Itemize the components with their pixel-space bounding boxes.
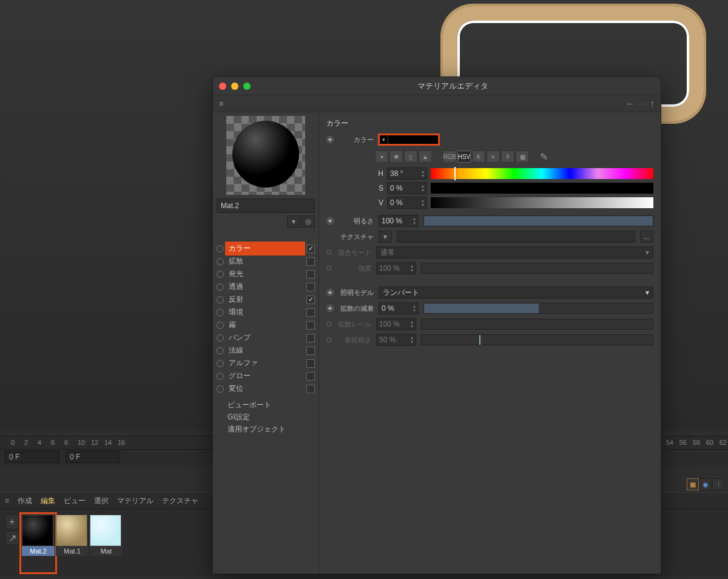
texture-dropdown-button[interactable]: ▾	[379, 231, 392, 243]
collapse-icon[interactable]: ▾	[375, 151, 388, 163]
mixer-icon[interactable]: ≡	[487, 151, 500, 163]
minimize-icon[interactable]	[231, 83, 238, 90]
channel-checkbox[interactable]	[306, 245, 315, 253]
channel-checkbox[interactable]	[306, 347, 315, 355]
channel-radio[interactable]	[217, 271, 224, 278]
intensity-field[interactable]: 100 %▴▾	[376, 262, 416, 274]
channel-checkbox[interactable]	[306, 372, 315, 381]
channel-row-2[interactable]: 発光	[217, 268, 315, 280]
material-name-field[interactable]: Mat.2	[217, 198, 315, 213]
rgb-mode-button[interactable]: RGB	[443, 151, 456, 163]
texture-browse-button[interactable]: ...	[640, 231, 653, 243]
channel-checkbox[interactable]	[306, 283, 315, 291]
h-field[interactable]: 38 °▴▾	[387, 168, 427, 180]
nav-up-icon[interactable]: ↑	[650, 98, 655, 109]
menu-create[interactable]: 作成	[18, 496, 32, 506]
color-swatch[interactable]: ▾	[379, 134, 439, 145]
menu-texture[interactable]: テクスチャ	[162, 496, 198, 506]
channel-radio[interactable]	[217, 334, 224, 342]
intensity-slider[interactable]	[421, 263, 653, 274]
chevron-down-icon[interactable]: ▾	[287, 215, 300, 228]
eyedropper-icon[interactable]: ✎	[540, 151, 548, 163]
menu-material[interactable]: マテリアル	[117, 496, 153, 506]
channel-row-11[interactable]: 変位	[217, 382, 315, 395]
channel-row-7[interactable]: バンプ	[217, 331, 315, 344]
color-wheel-icon[interactable]: ✺	[389, 151, 403, 163]
channel-radio[interactable]	[217, 385, 224, 393]
hue-slider[interactable]	[431, 168, 653, 179]
texture-field[interactable]	[397, 231, 635, 243]
material-thumb-1[interactable]: Mat.1	[56, 515, 89, 572]
gradient-icon[interactable]: ▯	[404, 151, 417, 163]
material-thumb-0[interactable]: Mat.2	[22, 515, 55, 572]
menu-select[interactable]: 選択	[94, 496, 109, 506]
editor-titlebar[interactable]: マテリアルエディタ	[213, 77, 661, 95]
roughness-field[interactable]: 50 %▴▾	[376, 334, 416, 346]
swatches-icon[interactable]: ▦	[516, 151, 529, 163]
channel-checkbox[interactable]	[306, 257, 315, 266]
close-icon[interactable]	[219, 83, 226, 90]
chevron-down-icon[interactable]: ▾	[380, 135, 388, 144]
channel-checkbox[interactable]	[306, 359, 315, 368]
brightness-slider[interactable]	[423, 215, 653, 226]
extra-item-0[interactable]: ビューポート	[228, 400, 315, 412]
channel-radio[interactable]	[217, 360, 224, 367]
hsv-mode-button[interactable]: HSV	[457, 151, 471, 163]
material-thumb-2[interactable]: Mat	[90, 515, 123, 572]
channel-row-9[interactable]: アルファ	[217, 357, 315, 370]
channel-row-5[interactable]: 環境	[217, 306, 315, 319]
channel-radio[interactable]	[217, 283, 224, 291]
channel-radio[interactable]	[217, 245, 224, 252]
channel-row-0[interactable]: カラー	[217, 242, 315, 255]
hex-icon[interactable]: #	[501, 151, 514, 163]
color-radio[interactable]	[326, 136, 334, 143]
frame-current-field[interactable]: 0 F	[66, 451, 120, 463]
channel-checkbox[interactable]	[306, 334, 315, 342]
channel-radio[interactable]	[217, 296, 224, 303]
hamburger-icon[interactable]: ≡	[219, 100, 223, 108]
menu-view[interactable]: ビュー	[64, 496, 86, 506]
falloff-radio[interactable]	[326, 305, 334, 312]
roughness-slider[interactable]	[421, 334, 653, 345]
channel-radio[interactable]	[217, 347, 224, 354]
channel-checkbox[interactable]	[306, 385, 315, 393]
channel-radio[interactable]	[217, 309, 224, 316]
target-icon[interactable]: ◎	[302, 215, 315, 228]
channel-row-4[interactable]: 反射	[217, 293, 315, 306]
channel-radio[interactable]	[217, 322, 224, 329]
menu-icon[interactable]: ⋮	[712, 478, 724, 490]
channel-row-1[interactable]: 拡散	[217, 255, 315, 268]
channel-checkbox[interactable]	[306, 321, 315, 330]
extra-item-1[interactable]: GI設定	[228, 412, 315, 424]
picture-icon[interactable]: ▲	[419, 151, 432, 163]
value-slider[interactable]	[431, 197, 653, 208]
channel-row-6[interactable]: 霧	[217, 319, 315, 331]
menu-edit[interactable]: 編集	[41, 496, 55, 506]
expand-button[interactable]: ↗	[5, 530, 19, 545]
channel-row-10[interactable]: グロー	[217, 370, 315, 382]
diffuse-level-slider[interactable]	[421, 319, 653, 330]
material-preview[interactable]	[226, 116, 305, 195]
channel-radio[interactable]	[217, 258, 224, 265]
lighting-dropdown[interactable]: ランバート▾	[379, 286, 653, 299]
brightness-radio[interactable]	[326, 217, 334, 225]
channel-row-8[interactable]: 法線	[217, 344, 315, 357]
channel-row-3[interactable]: 透過	[217, 280, 315, 293]
nav-back-icon[interactable]: ←	[625, 98, 635, 109]
add-material-button[interactable]: +	[5, 515, 19, 529]
nav-forward-icon[interactable]: →	[638, 98, 647, 109]
falloff-field[interactable]: 0 %▴▾	[379, 302, 419, 314]
falloff-slider[interactable]	[423, 303, 653, 314]
play-icon[interactable]: ◉	[699, 478, 712, 490]
v-field[interactable]: 0 %▴▾	[387, 197, 427, 209]
s-field[interactable]: 0 %▴▾	[387, 182, 427, 194]
channel-checkbox[interactable]	[306, 270, 315, 279]
saturation-slider[interactable]	[431, 183, 653, 194]
diffuse-level-field[interactable]: 100 %▴▾	[376, 318, 416, 330]
kelvin-mode-button[interactable]: K	[472, 151, 485, 163]
lighting-radio[interactable]	[326, 289, 334, 296]
maximize-icon[interactable]	[243, 83, 251, 90]
hamburger-icon[interactable]: ≡	[5, 496, 9, 505]
extra-item-2[interactable]: 適用オブジェクト	[228, 424, 315, 436]
blend-dropdown[interactable]: 通常▾	[376, 246, 653, 259]
